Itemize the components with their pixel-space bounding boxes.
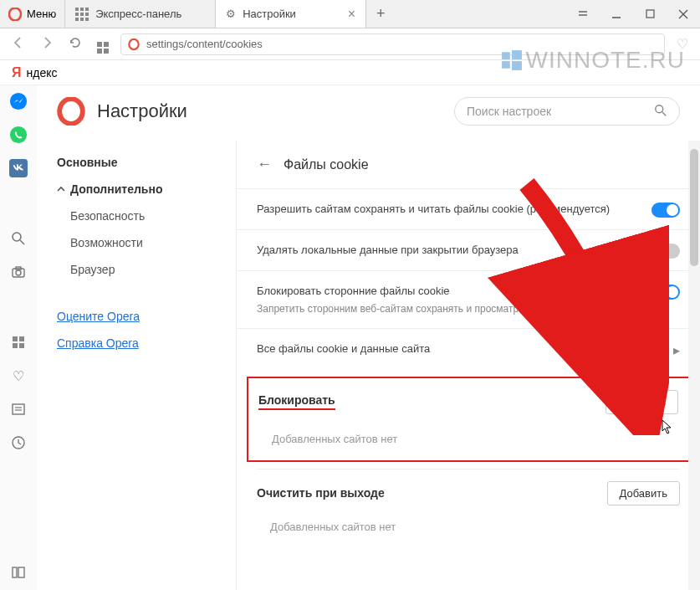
settings-search-input[interactable]: Поиск настроек [454,97,680,126]
menu-label: Меню [27,8,56,20]
address-url: settings/content/cookies [146,38,263,50]
address-bar: settings/content/cookies ♡ [0,28,700,60]
settings-header: Настройки Поиск настроек [37,85,700,141]
tab-speed-dial[interactable]: Экспресс-панель [65,0,216,28]
favorite-icon[interactable]: ♡ [673,33,692,55]
scrollbar[interactable] [688,141,700,590]
nav-features[interactable]: Возможности [37,229,236,256]
toggle-block-third-party[interactable] [651,285,680,300]
new-tab-button[interactable]: + [366,0,395,28]
chevron-up-icon [57,185,65,193]
yandex-bar[interactable]: Я ндекс [0,60,700,85]
snapshot-icon[interactable] [9,263,28,281]
svg-point-0 [9,8,21,20]
svg-point-12 [10,93,27,110]
yandex-letter: Я [12,65,22,80]
svg-rect-4 [646,10,654,18]
window-controls [566,0,700,28]
svg-rect-25 [18,567,24,577]
toggle-allow-cookies[interactable] [651,203,680,218]
row-all-cookies[interactable]: Все файлы cookie и данные сайта ▸ [237,328,700,370]
tab-label: Настройки [243,8,296,20]
block-empty-text: Добавленных сайтов нет [248,423,688,460]
search-rail-icon[interactable] [9,229,28,248]
row-delete-on-close: Удалять локальные данные при закрытии бр… [237,229,700,270]
svg-point-26 [59,99,83,124]
svg-rect-24 [13,567,17,577]
nav-browser[interactable]: Браузер [37,256,236,283]
settings-content: ← Файлы cookie Разрешить сайтам сохранят… [236,141,700,590]
block-add-button[interactable]: Добавить [605,390,678,414]
row-block-third-party: Блокировать сторонние файлы cookie Запре… [237,270,700,328]
window-minimize-button[interactable] [600,0,633,28]
page-title: Настройки [97,100,187,122]
extensions-icon[interactable] [9,333,28,351]
search-icon [654,104,667,120]
window-compact-button[interactable] [566,0,600,28]
reload-icon[interactable] [65,33,85,56]
bookmarks-rail-icon[interactable]: ♡ [9,367,28,385]
forward-icon[interactable] [37,33,57,56]
nav-security[interactable]: Безопасность [37,203,236,229]
clear-title: Очистить при выходе [257,486,385,500]
opera-settings-icon [57,97,85,126]
nav-advanced[interactable]: Дополнительно [37,176,236,203]
block-list-section: Блокировать Добавить Добавленных сайтов … [247,377,690,462]
news-icon[interactable] [9,400,28,418]
speed-dial-icon [75,8,89,21]
tab-label: Экспресс-панель [95,8,181,20]
clear-on-exit-section: Очистить при выходе Добавить Добавленных… [237,469,700,548]
whatsapp-icon[interactable] [9,126,28,144]
scrollbar-thumb[interactable] [690,149,698,266]
nav-rate-link[interactable]: Оцените Opera [37,303,236,330]
sidebar-rail: ♡ [0,85,37,590]
row-allow-cookies: Разрешить сайтам сохранять и читать файл… [237,188,700,229]
opera-logo-icon [8,8,22,21]
tab-settings[interactable]: ⚙ Настройки × [216,0,366,28]
svg-rect-20 [13,404,24,414]
speed-dial-nav-icon[interactable] [94,32,112,57]
titlebar: Меню Экспресс-панель ⚙ Настройки × + [0,0,700,28]
window-maximize-button[interactable] [633,0,667,28]
svg-line-16 [20,240,24,244]
menu-button[interactable]: Меню [0,0,65,28]
svg-line-28 [662,111,666,115]
svg-point-18 [16,270,21,275]
tab-close-icon[interactable]: × [348,7,355,22]
history-icon[interactable] [9,434,28,452]
address-input[interactable]: settings/content/cookies [120,33,665,55]
expand-rail-icon[interactable] [9,563,28,582]
svg-point-7 [129,38,138,49]
block-title: Блокировать [258,393,335,410]
svg-point-13 [10,126,27,143]
search-placeholder: Поиск настроек [467,105,551,118]
nav-help-link[interactable]: Справка Opera [37,330,236,357]
chevron-right-icon: ▸ [673,342,680,358]
toggle-delete-on-close[interactable] [651,244,680,259]
back-arrow-icon[interactable]: ← [257,156,272,173]
nav-basic[interactable]: Основные [37,149,236,176]
messenger-icon[interactable] [9,92,28,110]
svg-point-15 [13,233,21,241]
back-icon[interactable] [8,33,28,56]
svg-point-27 [656,105,663,112]
cookies-heading: ← Файлы cookie [237,141,700,188]
settings-nav: Основные Дополнительно Безопасность Возм… [37,141,236,590]
clear-add-button[interactable]: Добавить [607,481,680,505]
yandex-text: ндекс [27,66,58,80]
clear-empty-text: Добавленных сайтов нет [257,514,680,548]
opera-url-icon [128,38,140,50]
gear-icon: ⚙ [226,8,236,20]
window-close-button[interactable] [667,0,700,28]
vk-icon[interactable] [9,159,28,177]
